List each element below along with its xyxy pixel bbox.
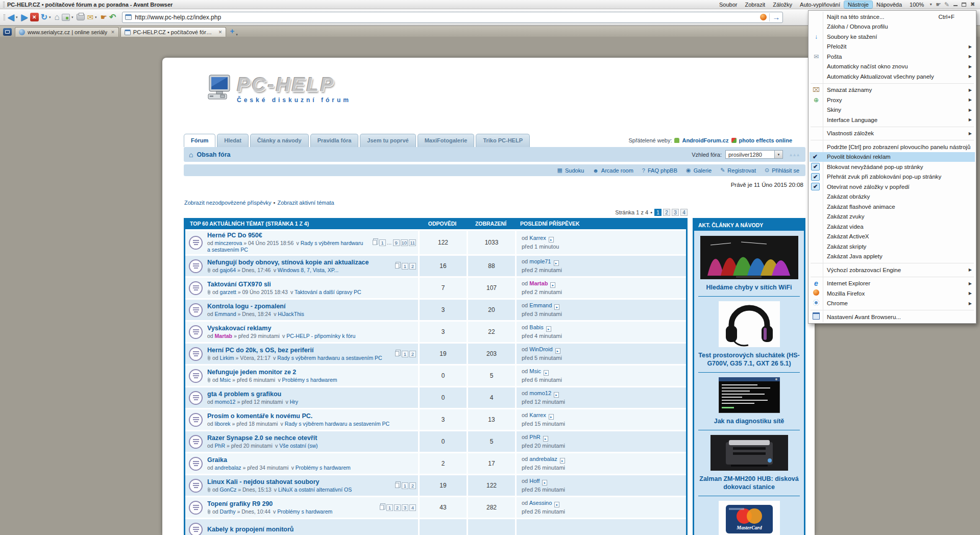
- lastpost-author-link[interactable]: Babis: [529, 324, 544, 330]
- gesture-icon[interactable]: ☛: [936, 1, 941, 8]
- topic-author-link[interactable]: Msic: [220, 377, 231, 383]
- topic-author-link[interactable]: Martab: [215, 333, 232, 339]
- topic-page-button-10[interactable]: 10: [401, 239, 408, 246]
- tools-menu-item-mozilla-firefox[interactable]: Mozilla Firefox▶: [810, 288, 975, 299]
- topic-page-button-2[interactable]: 2: [409, 351, 416, 357]
- restore-button[interactable]: [960, 2, 968, 8]
- tools-menu-item-podr-te-ctrl-pro-zobrazen-plovouc-ho-pan[interactable]: Podržte [Ctrl] pro zobrazení plovoucího …: [810, 142, 975, 152]
- back-button[interactable]: ◀▾: [8, 12, 19, 22]
- tools-menu-item-interface-language[interactable]: Interface Language▶: [810, 115, 975, 125]
- sidebar-article-title[interactable]: Zalman ZM-MH200 HUB: disková dokovací st…: [698, 475, 800, 491]
- topic-forum-link[interactable]: Vše ostatní (sw): [279, 443, 317, 449]
- goto-last-post-icon[interactable]: ▸: [554, 260, 559, 266]
- chevron-down-icon[interactable]: ▼: [774, 151, 782, 158]
- topic-author-link[interactable]: minczerova: [215, 240, 242, 246]
- print-button[interactable]: [77, 14, 85, 20]
- tools-menu-item-vlastnosti-z-lo-ek[interactable]: Vlastnosti záložek▶: [810, 129, 975, 139]
- topic-page-button-4[interactable]: 4: [409, 504, 416, 511]
- quick-link-sudoku[interactable]: ▦Sudoku: [557, 167, 584, 174]
- mastercard-image[interactable]: MasterCard: [698, 501, 800, 535]
- forward-button[interactable]: ▶: [21, 12, 28, 22]
- sidebar-article[interactable]: Hledáme chyby v sítích WiFi: [698, 236, 800, 291]
- quick-link-registrovat[interactable]: ✎Registrovat: [720, 167, 756, 174]
- new-tab-button[interactable]: +: [230, 27, 234, 35]
- capture-button[interactable]: ▾: [62, 14, 75, 21]
- goto-last-post-icon[interactable]: ▸: [550, 282, 555, 288]
- topic-title-link[interactable]: Razer Synapse 2.0 se nechce otevřít: [207, 434, 416, 442]
- goto-last-post-icon[interactable]: ▸: [543, 436, 548, 442]
- lastpost-author-link[interactable]: andrebalaz: [529, 456, 557, 462]
- mail-button[interactable]: ✉▾: [87, 13, 98, 22]
- tools-menu-item-povolit-blokov-n-reklam[interactable]: ✔Povolit blokování reklam: [810, 152, 975, 162]
- sidebar-article[interactable]: Zalman ZM-MH200 HUB: disková dokovací st…: [698, 430, 800, 491]
- goto-last-post-icon[interactable]: ▸: [549, 414, 554, 420]
- menubar-item-100-[interactable]: 100%: [906, 1, 927, 8]
- tools-menu-item-zak-zat-zvuky[interactable]: Zakázat zvuky: [810, 212, 975, 222]
- topic-forum-link[interactable]: Problémy s hardwarem: [277, 508, 332, 515]
- quick-link-galerie[interactable]: ◉Galerie: [686, 167, 712, 174]
- topic-author-link[interactable]: Lirkim: [220, 355, 234, 361]
- terminal-image[interactable]: [698, 377, 800, 413]
- view-active-link[interactable]: Zobrazit aktivní témata: [277, 200, 334, 206]
- site-logo[interactable]: PC-HELP České diskuzní fórum: [207, 75, 805, 107]
- tools-menu-item-automaticky-aktualizovat-v-echny-panely[interactable]: Automaticky Aktualizovat všechny panely▶: [810, 71, 975, 82]
- home-button[interactable]: ⌂: [55, 12, 60, 22]
- tools-menu-item-blokovat-nevy-dan-pop-up-str-nky[interactable]: ✔Blokovat nevyžádané pop-up stránky: [810, 162, 975, 172]
- close-button[interactable]: ✖: [968, 1, 977, 8]
- sidebar-article[interactable]: Test prostorových sluchátek (HS-G700V, G…: [698, 296, 800, 368]
- style-select[interactable]: prosilver1280 ▼: [725, 150, 783, 159]
- zoom-caret-icon[interactable]: ▼: [929, 3, 933, 6]
- topic-title-link[interactable]: Kontrola logu - zpomalení: [207, 303, 416, 310]
- topic-title-link[interactable]: Herné PC Do 950€: [207, 232, 366, 239]
- lastpost-author-link[interactable]: Hoff: [529, 478, 540, 484]
- -tab-pravidla-f-ra[interactable]: Pravidla fóra: [310, 134, 359, 147]
- topic-title-link[interactable]: Linux Kali - nejdou stahovat soubory: [207, 478, 388, 486]
- go-arrow-icon[interactable]: →: [772, 15, 780, 20]
- url-text[interactable]: http://www.pc-help.cz/index.php: [135, 14, 760, 21]
- view-unanswered-link[interactable]: Zobrazit nezodpovězené příspěvky: [184, 200, 272, 206]
- tools-menu-item-zak-zat-obr-zky[interactable]: Zakázat obrázky: [810, 192, 975, 202]
- lastpost-author-link[interactable]: Msic: [529, 368, 541, 374]
- lastpost-author-link[interactable]: Martab: [529, 280, 548, 286]
- topic-forum-link[interactable]: Problémy s hardwarem: [296, 465, 351, 471]
- topic-title-link[interactable]: Taktování GTX970 sli: [207, 281, 416, 288]
- menubar-item-zobrazit[interactable]: Zobrazit: [741, 1, 769, 8]
- checked-checkbox-icon[interactable]: ✔: [811, 163, 820, 171]
- lastpost-author-link[interactable]: Asessino: [529, 500, 552, 506]
- goto-last-post-icon[interactable]: ▸: [549, 237, 554, 242]
- topic-page-button-2[interactable]: 2: [394, 504, 401, 511]
- address-bar[interactable]: http://www.pc-help.cz/index.php →: [122, 12, 783, 23]
- menubar-item-auto-vypl-ov-n-[interactable]: Auto-vyplňování: [796, 1, 844, 8]
- topic-title-link[interactable]: Kabely k propojení monitorů: [207, 526, 416, 533]
- wifi-chart-image[interactable]: [698, 236, 800, 279]
- sidebar-article-title[interactable]: Hledáme chyby v sítích WiFi: [698, 283, 800, 291]
- browser-tab-1[interactable]: www.serialycz.cz | online seriály✕: [15, 27, 119, 37]
- refresh-button[interactable]: ↻▾: [41, 12, 53, 22]
- topic-page-button-9[interactable]: 9: [393, 239, 400, 246]
- topic-title-link[interactable]: Herní PC do 20k, s OS, bez periferií: [207, 347, 388, 354]
- topic-forum-link[interactable]: LiNuX a ostatní alternativní OS: [278, 487, 352, 493]
- menubar-item-n-pov-da[interactable]: Nápověda: [873, 1, 905, 8]
- dock-image[interactable]: [698, 435, 800, 471]
- tools-menu-item-zak-zat-videa[interactable]: Zakázat videa: [810, 222, 975, 232]
- topic-page-button-1[interactable]: 1: [379, 239, 386, 246]
- topic-forum-link[interactable]: Rady s výběrem hardwaru a sestavením PC: [277, 355, 382, 361]
- topic-author-link[interactable]: Darthy: [220, 508, 236, 515]
- tab-list-button[interactable]: [3, 28, 12, 36]
- topic-title-link[interactable]: Nefunguje jeden monitor ze 2: [207, 369, 416, 376]
- topic-page-button-1[interactable]: 1: [402, 263, 408, 270]
- tools-menu-item-nastaven-avant-browseru-[interactable]: Nastavení Avant Browseru...: [810, 312, 975, 322]
- lastpost-author-link[interactable]: Karrex: [529, 235, 546, 241]
- pencil-icon[interactable]: ✎: [944, 1, 949, 8]
- topic-author-link[interactable]: andrebalaz: [215, 465, 241, 471]
- topic-page-button-1[interactable]: 1: [386, 504, 393, 511]
- goto-last-post-icon[interactable]: ▸: [544, 370, 549, 376]
- -tab-hledat[interactable]: Hledat: [217, 134, 249, 147]
- -tab-triko-pc-help[interactable]: Triko PC-HELP: [476, 134, 530, 147]
- tab-close-icon[interactable]: ✕: [111, 30, 115, 35]
- topic-page-button-2[interactable]: 2: [409, 263, 416, 270]
- tools-menu-item-zak-zat-flashov-animace[interactable]: Zakázat flashové animace: [810, 202, 975, 212]
- lastpost-author-link[interactable]: Emmand: [529, 302, 552, 308]
- tools-menu-item-zak-zat-skripty[interactable]: Zakázat skripty: [810, 241, 975, 252]
- quick-link-arcade-room[interactable]: ☻Arcade room: [593, 167, 633, 174]
